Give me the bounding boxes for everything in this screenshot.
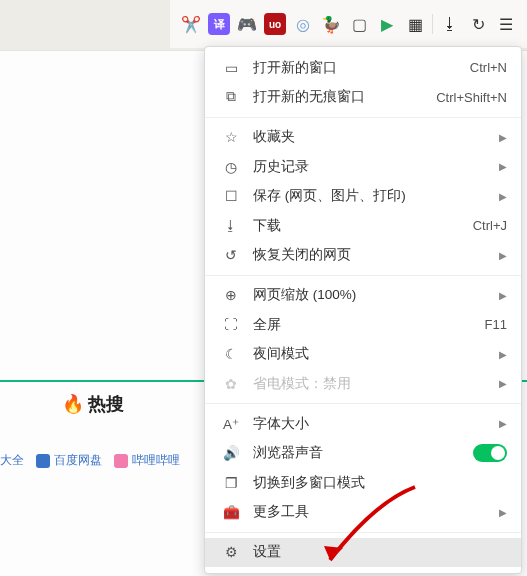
footer-link-label: 百度网盘: [54, 452, 102, 469]
menu-label: 全屏: [243, 316, 485, 334]
menu-label: 省电模式：禁用: [243, 375, 499, 393]
shield-icon[interactable]: uo: [264, 13, 286, 35]
menu-downloads[interactable]: ⭳ 下载 Ctrl+J: [205, 211, 521, 240]
windows-icon: ❐: [219, 475, 243, 491]
download-icon[interactable]: ⭳: [439, 13, 461, 35]
menu-new-incognito[interactable]: ⧉ 打开新的无痕窗口 Ctrl+Shift+N: [205, 82, 521, 111]
footer-link-bilibili[interactable]: 哔哩哔哩: [114, 452, 180, 469]
menu-label: 保存 (网页、图片、打印): [243, 187, 499, 205]
fullscreen-icon: ⛶: [219, 317, 243, 332]
zoom-icon: ⊕: [219, 287, 243, 303]
menu-label: 更多工具: [243, 503, 499, 521]
translate-icon[interactable]: 译: [208, 13, 230, 35]
toolbox-icon: 🧰: [219, 504, 243, 520]
menu-restore-closed[interactable]: ↺ 恢复关闭的网页 ▶: [205, 240, 521, 269]
menu-shortcut: F11: [485, 317, 507, 332]
font-icon: A⁺: [219, 416, 243, 432]
download-icon: ⭳: [219, 218, 243, 233]
menu-label: 切换到多窗口模式: [243, 474, 507, 492]
chevron-right-icon: ▶: [499, 132, 507, 143]
menu-save[interactable]: ☐ 保存 (网页、图片、打印) ▶: [205, 182, 521, 211]
menu-divider: [205, 403, 521, 404]
footer-link-daquan[interactable]: 大全: [0, 452, 24, 469]
store-icon[interactable]: ▶: [376, 13, 398, 35]
window-icon: ▭: [219, 60, 243, 76]
chevron-right-icon: ▶: [499, 378, 507, 389]
footer-link-label: 大全: [0, 452, 24, 469]
swirl-icon[interactable]: ◎: [292, 13, 314, 35]
menu-divider: [205, 532, 521, 533]
menu-label: 打开新的窗口: [243, 59, 470, 77]
scissors-icon[interactable]: ✂️: [180, 13, 202, 35]
menu-label: 收藏夹: [243, 128, 499, 146]
duck-icon[interactable]: 🦆: [320, 13, 342, 35]
menu-more-tools[interactable]: 🧰 更多工具 ▶: [205, 497, 521, 526]
menu-power-save[interactable]: ✿ 省电模式：禁用 ▶: [205, 369, 521, 398]
hamburger-menu-icon[interactable]: ☰: [495, 13, 517, 35]
menu-history[interactable]: ◷ 历史记录 ▶: [205, 152, 521, 181]
chevron-right-icon: ▶: [499, 250, 507, 261]
leaf-icon: ✿: [219, 376, 243, 392]
menu-label: 网页缩放 (100%): [243, 286, 499, 304]
footer-link-baidupan[interactable]: 百度网盘: [36, 452, 102, 469]
bilibili-icon: [114, 454, 128, 468]
chevron-right-icon: ▶: [499, 349, 507, 360]
reload-icon[interactable]: ↻: [467, 13, 489, 35]
menu-shortcut: Ctrl+Shift+N: [436, 90, 507, 105]
incognito-icon: ⧉: [219, 89, 243, 105]
chevron-right-icon: ▶: [499, 191, 507, 202]
menu-label: 浏览器声音: [243, 444, 473, 462]
chevron-right-icon: ▶: [499, 290, 507, 301]
menu-label: 下载: [243, 217, 473, 235]
gamepad-icon[interactable]: 🎮: [236, 13, 258, 35]
menu-label: 设置: [243, 543, 507, 561]
menu-zoom[interactable]: ⊕ 网页缩放 (100%) ▶: [205, 281, 521, 310]
save-icon: ☐: [219, 188, 243, 204]
hot-search-heading: 🔥 热搜: [62, 392, 124, 416]
book-icon[interactable]: ▢: [348, 13, 370, 35]
menu-shortcut: Ctrl+J: [473, 218, 507, 233]
gear-icon: ⚙: [219, 544, 243, 560]
restore-icon: ↺: [219, 247, 243, 263]
chevron-right-icon: ▶: [499, 161, 507, 172]
baidupan-icon: [36, 454, 50, 468]
menu-label: 打开新的无痕窗口: [243, 88, 436, 106]
clock-icon: ◷: [219, 159, 243, 175]
menu-night-mode[interactable]: ☾ 夜间模式 ▶: [205, 339, 521, 368]
flame-icon: 🔥: [62, 393, 84, 415]
hot-label: 热搜: [88, 392, 124, 416]
menu-bookmarks[interactable]: ☆ 收藏夹 ▶: [205, 123, 521, 152]
menu-font-size[interactable]: A⁺ 字体大小 ▶: [205, 409, 521, 438]
menu-divider: [205, 117, 521, 118]
browser-main-menu: ▭ 打开新的窗口 Ctrl+N ⧉ 打开新的无痕窗口 Ctrl+Shift+N …: [204, 46, 522, 574]
sound-toggle[interactable]: [473, 444, 507, 462]
menu-label: 恢复关闭的网页: [243, 246, 499, 264]
menu-fullscreen[interactable]: ⛶ 全屏 F11: [205, 310, 521, 339]
moon-icon: ☾: [219, 346, 243, 362]
menu-settings[interactable]: ⚙ 设置: [205, 538, 521, 567]
toolbar-separator: [432, 14, 433, 34]
grid-icon[interactable]: ▦: [404, 13, 426, 35]
menu-new-window[interactable]: ▭ 打开新的窗口 Ctrl+N: [205, 53, 521, 82]
menu-label: 夜间模式: [243, 345, 499, 363]
footer-link-label: 哔哩哔哩: [132, 452, 180, 469]
menu-label: 历史记录: [243, 158, 499, 176]
sound-icon: 🔊: [219, 445, 243, 461]
browser-toolbar: ✂️ 译 🎮 uo ◎ 🦆 ▢ ▶ ▦ ⭳ ↻ ☰: [170, 0, 527, 48]
chevron-right-icon: ▶: [499, 418, 507, 429]
chevron-right-icon: ▶: [499, 507, 507, 518]
menu-browser-sound[interactable]: 🔊 浏览器声音: [205, 439, 521, 468]
menu-divider: [205, 275, 521, 276]
menu-label: 字体大小: [243, 415, 499, 433]
menu-shortcut: Ctrl+N: [470, 60, 507, 75]
star-icon: ☆: [219, 129, 243, 145]
footer-links: 大全 百度网盘 哔哩哔哩: [0, 452, 180, 469]
menu-multi-window[interactable]: ❐ 切换到多窗口模式: [205, 468, 521, 497]
